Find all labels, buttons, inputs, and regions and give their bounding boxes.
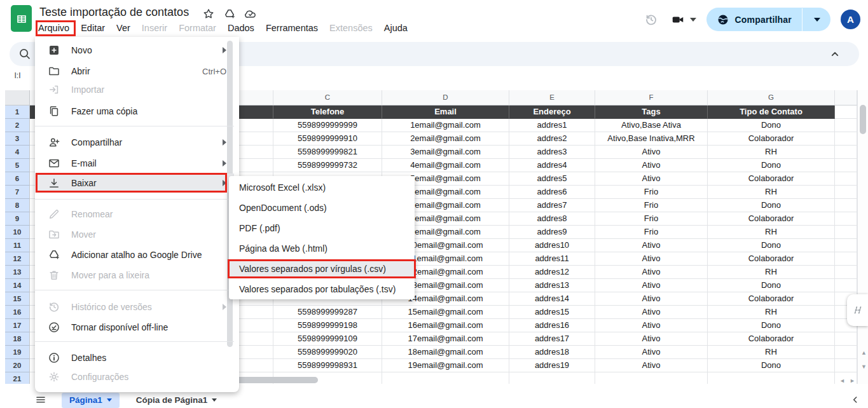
cell[interactable]: addres12 <box>509 266 595 279</box>
cell[interactable]: 5598999998931 <box>273 359 382 372</box>
cell[interactable]: Frio <box>595 212 708 226</box>
side-panel-extension-button[interactable] <box>847 294 868 326</box>
row-header-1[interactable]: 1 <box>5 105 30 119</box>
cell[interactable]: Ativo <box>595 172 708 186</box>
cell[interactable]: 5598999999287 <box>273 306 382 319</box>
menu-dados[interactable]: Dados <box>222 21 260 35</box>
cell[interactable]: Colaborador <box>708 172 835 186</box>
column-header-hidden[interactable] <box>835 90 857 105</box>
cell[interactable]: addres16 <box>509 319 595 332</box>
header-cell[interactable]: Telefone <box>273 105 382 119</box>
row-header-21[interactable]: 21 <box>5 372 30 384</box>
cell[interactable] <box>835 105 857 119</box>
cell[interactable] <box>835 212 857 226</box>
row-header-14[interactable]: 14 <box>5 279 30 292</box>
cell[interactable]: Colaborador <box>708 332 835 346</box>
collapse-toolbar-icon[interactable] <box>829 48 841 63</box>
row-header-2[interactable]: 2 <box>5 119 30 132</box>
download-option-html[interactable]: Página da Web (.html) <box>229 239 415 258</box>
cell[interactable]: Ativo,Base Inativa,MRR <box>595 132 708 146</box>
header-cell[interactable]: Endereço <box>509 105 595 119</box>
menu-ferramentas[interactable]: Ferramentas <box>260 21 324 35</box>
menu-arquivo[interactable]: Arquivo <box>32 21 75 35</box>
cell[interactable]: addres5 <box>509 172 595 186</box>
sheet-tab-p-gina1[interactable]: Página1 <box>62 393 120 408</box>
cell[interactable]: Dono <box>708 239 835 252</box>
cell[interactable]: Dono <box>708 359 835 372</box>
sheet-tab-caret-icon[interactable] <box>107 398 112 402</box>
cell[interactable]: Dono <box>708 119 835 132</box>
cell[interactable]: RH <box>708 346 835 359</box>
row-header-16[interactable]: 16 <box>5 306 30 319</box>
row-header-17[interactable]: 17 <box>5 319 30 332</box>
row-header-4[interactable]: 4 <box>5 146 30 159</box>
cell[interactable]: 5598999999999 <box>273 119 382 132</box>
cell[interactable]: Dono <box>708 279 835 292</box>
download-option-csv[interactable]: Valores separados por vírgulas (.csv) <box>229 259 415 278</box>
name-box[interactable]: I:I <box>5 71 30 80</box>
cell[interactable]: addres2 <box>509 132 595 146</box>
select-all-corner[interactable] <box>5 90 30 105</box>
document-title[interactable]: Teste importação de contatos <box>39 6 189 19</box>
scroll-up-icon[interactable]: ▲ <box>861 350 867 356</box>
cell[interactable]: RH <box>708 186 835 199</box>
cell[interactable]: 19email@gmail.com <box>382 359 509 372</box>
file-menu-item-fazer-uma-c-pia[interactable]: Fazer uma cópia <box>35 102 234 121</box>
cell[interactable] <box>835 346 857 359</box>
cell[interactable] <box>835 252 857 266</box>
row-header-3[interactable]: 3 <box>5 132 30 146</box>
scroll-right-icon[interactable]: ► <box>850 377 855 384</box>
vertical-scrollbar[interactable]: ▲ ▼ <box>857 90 868 384</box>
cell[interactable] <box>509 372 595 384</box>
cell[interactable]: 4email@gmail.com <box>382 159 509 172</box>
cell[interactable]: addres3 <box>509 146 595 159</box>
scroll-left-icon[interactable]: ◄ <box>839 377 845 384</box>
menu-editar[interactable]: Editar <box>75 21 111 35</box>
cell[interactable]: Dono <box>708 159 835 172</box>
vertical-scrollbar-thumb[interactable] <box>860 105 866 134</box>
account-avatar[interactable]: A <box>841 10 860 29</box>
cell[interactable]: Ativo <box>595 306 708 319</box>
cell[interactable]: Ativo <box>595 359 708 372</box>
cell[interactable]: Ativo <box>595 346 708 359</box>
cell[interactable] <box>835 186 857 199</box>
cell[interactable]: RH <box>708 146 835 159</box>
cell[interactable]: Ativo <box>595 332 708 346</box>
cell[interactable]: 5598999999821 <box>273 146 382 159</box>
cell[interactable]: 2email@gmail.com <box>382 132 509 146</box>
file-menu-item-mover[interactable]: Mover <box>35 225 234 244</box>
file-menu-item-adicionar-atalho-ao-google-drive[interactable]: Adicionar atalho ao Google Drive <box>35 245 234 264</box>
cell[interactable] <box>835 199 857 212</box>
row-header-8[interactable]: 8 <box>5 199 30 212</box>
cell[interactable]: 5598999999198 <box>273 319 382 332</box>
cell[interactable]: Colaborador <box>708 212 835 226</box>
cell[interactable]: addres10 <box>509 239 595 252</box>
cell[interactable]: Colaborador <box>708 252 835 266</box>
menu-extensões[interactable]: Extensões <box>324 21 378 35</box>
file-menu-item-hist-rico-de-vers-es[interactable]: Histórico de versões <box>35 297 234 316</box>
row-header-6[interactable]: 6 <box>5 172 30 186</box>
google-sheets-logo[interactable] <box>11 5 32 32</box>
column-header-F[interactable]: F <box>595 90 708 105</box>
cell[interactable] <box>835 266 857 279</box>
cell[interactable] <box>835 239 857 252</box>
column-header-G[interactable]: G <box>708 90 835 105</box>
cell[interactable]: addres13 <box>509 279 595 292</box>
file-menu-item-novo[interactable]: Novo <box>35 41 234 60</box>
cell[interactable] <box>835 172 857 186</box>
file-menu-item-e-mail[interactable]: E-mail <box>35 154 234 173</box>
cell[interactable]: Ativo <box>595 266 708 279</box>
menu-formatar[interactable]: Formatar <box>173 21 222 35</box>
row-header-13[interactable]: 13 <box>5 266 30 279</box>
cell[interactable]: RH <box>708 306 835 319</box>
cell[interactable]: 5598999999020 <box>273 346 382 359</box>
cell[interactable]: addres4 <box>509 159 595 172</box>
cell[interactable]: addres19 <box>509 359 595 372</box>
file-menu-item-detalhes[interactable]: Detalhes <box>35 348 234 367</box>
file-menu-item-mover-para-a-lixeira[interactable]: Mover para a lixeira <box>35 266 234 285</box>
row-header-5[interactable]: 5 <box>5 159 30 172</box>
download-option-ods[interactable]: OpenDocument (.ods) <box>229 198 415 217</box>
column-header-C[interactable]: C <box>273 90 382 105</box>
cell[interactable]: Ativo <box>595 252 708 266</box>
file-menu-item-tornar-dispon-vel-off-line[interactable]: Tornar disponível off-line <box>35 318 234 337</box>
